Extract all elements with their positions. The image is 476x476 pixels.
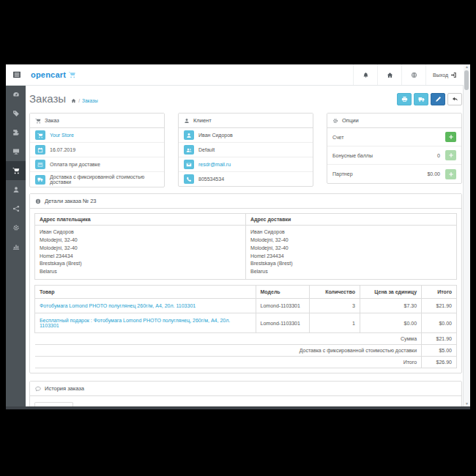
vertical-scrollbar[interactable]: ▲ ▼: [463, 64, 470, 406]
reward-points-label: Бонусные баллы: [332, 153, 437, 158]
order-details-heading: Детали заказа № 23: [30, 194, 461, 209]
sidebar-item-marketing[interactable]: [6, 199, 26, 218]
add-reward-points-button[interactable]: [445, 150, 456, 160]
order-history-panel: История заказа История Дополнительно: [29, 381, 462, 406]
window-bottom-edge: [6, 406, 470, 409]
truck-icon: [35, 175, 45, 185]
list-item: Оплата при доставке: [30, 157, 164, 172]
order-panel-title: Заказ: [45, 117, 59, 124]
opencart-logo[interactable]: opencart: [31, 70, 77, 79]
invoice-label: Счет: [332, 135, 440, 140]
back-button[interactable]: [447, 93, 462, 105]
generate-invoice-button[interactable]: [445, 132, 456, 142]
list-item: 16.07.2019: [30, 143, 164, 157]
opencart-admin-window: opencart Выход Заказы /: [6, 64, 470, 409]
menu-toggle-button[interactable]: [9, 69, 24, 81]
top-bar-actions: Выход: [353, 64, 464, 85]
table-row: Бесплатный подарок : Фотобумага Lomond P…: [35, 313, 457, 333]
customer-panel-heading: Клиент: [179, 114, 313, 128]
list-item: Default: [179, 143, 313, 157]
envelope-icon: [184, 160, 194, 169]
order-details-body: Адрес плательщика Адрес доставки Иван Си…: [30, 209, 461, 373]
credit-card-icon: [35, 160, 45, 169]
sign-out-icon: [450, 72, 457, 78]
extensions-puzzle-icon: [12, 129, 20, 136]
calendar-icon: [35, 145, 45, 155]
logout-button[interactable]: Выход: [425, 64, 464, 85]
storefront-button[interactable]: [401, 64, 425, 85]
list-item: resdr@mail.ru: [179, 157, 313, 172]
shipping-address-header: Адрес доставки: [246, 214, 457, 226]
order-details-title: Детали заказа № 23: [45, 198, 96, 204]
bell-icon: [362, 72, 369, 78]
main-content: Заказы / Заказы Заказ: [26, 85, 464, 406]
sidebar-item-design[interactable]: [6, 142, 26, 161]
sidebar-item-sales[interactable]: [6, 161, 26, 180]
store-link[interactable]: Your Store: [50, 133, 74, 138]
marketing-share-icon: [12, 205, 20, 212]
product-link[interactable]: Бесплатный подарок : Фотобумага Lomond P…: [40, 318, 230, 328]
edit-order-button[interactable]: [431, 93, 445, 105]
plus-icon: [448, 134, 454, 140]
user-icon: [184, 130, 194, 140]
order-panel-heading: Заказ: [30, 114, 164, 128]
users-icon: [184, 145, 194, 155]
customers-user-icon: [12, 186, 20, 193]
add-affiliate-commission-button[interactable]: [445, 169, 456, 179]
home-icon: [71, 98, 76, 103]
product-link[interactable]: Фотобумага Lomond PHOTO полуглянец 260г/…: [40, 303, 196, 308]
pencil-icon: [435, 96, 442, 103]
sidebar-item-system[interactable]: [6, 218, 26, 237]
order-history-heading: История заказа: [30, 382, 461, 396]
print-shipping-list-button[interactable]: [414, 93, 428, 105]
addresses-table: Адрес плательщика Адрес доставки Иван Си…: [34, 213, 457, 280]
customer-email-link[interactable]: resdr@mail.ru: [198, 162, 231, 167]
scrollbar-thumb[interactable]: [464, 70, 469, 90]
home-icon: [387, 72, 393, 78]
list-item: Иван Сидоров: [179, 128, 313, 143]
reports-chart-icon: [12, 243, 20, 250]
customer-panel: Клиент Иван Сидоров Default resdr@mail.r…: [178, 113, 313, 187]
customer-panel-title: Клиент: [193, 117, 212, 124]
sales-cart-icon: [12, 167, 20, 174]
sidebar-item-catalog[interactable]: [6, 104, 26, 123]
store-icon: [35, 130, 45, 140]
customer-phone: 805534534: [198, 176, 224, 182]
plus-icon: [448, 171, 454, 177]
menu-icon: [12, 70, 22, 79]
list-item: 805534534: [179, 172, 313, 186]
order-history-body: История Дополнительно: [30, 396, 461, 406]
printer-icon: [401, 96, 408, 103]
top-bar: opencart Выход: [6, 64, 464, 86]
order-toolbar: [397, 93, 462, 105]
totals-row-subtotal: Сумма $21.90: [35, 333, 457, 345]
sidebar-item-reports[interactable]: [6, 237, 26, 256]
order-panel: Заказ Your Store 16.07.2019 Оплата при д…: [29, 113, 165, 187]
gear-icon: [332, 118, 338, 124]
breadcrumb-link-orders[interactable]: Заказы: [82, 98, 98, 103]
globe-icon: [411, 72, 417, 78]
info-icon: [35, 198, 41, 204]
shipping-address: Иван Сидоров Molodejni, 32-40 Molodejni,…: [246, 226, 457, 280]
products-header-row: Товар Модель Количество Цена за единицу …: [35, 286, 457, 299]
order-date: 16.07.2019: [50, 147, 75, 152]
sidebar-item-extensions[interactable]: [6, 123, 26, 142]
customer-group: Default: [198, 147, 215, 152]
dashboard-icon: [12, 91, 20, 98]
sidebar-item-customers[interactable]: [6, 180, 26, 199]
home-button[interactable]: [377, 64, 401, 85]
scrollbar-up-arrow[interactable]: ▲: [464, 64, 470, 70]
table-row: Фотобумага Lomond PHOTO полуглянец 260г/…: [35, 299, 457, 313]
products-table: Товар Модель Количество Цена за единицу …: [34, 285, 457, 368]
sidebar-nav: [6, 85, 26, 406]
options-panel-heading: Опции: [327, 114, 461, 128]
shipping-method: Доставка с фиксированной стоимостью дост…: [50, 174, 159, 185]
logout-label: Выход: [433, 72, 448, 78]
cart-icon: [35, 118, 41, 124]
user-icon: [184, 118, 190, 124]
scrollbar-down-arrow[interactable]: ▼: [464, 401, 470, 406]
sidebar-item-dashboard[interactable]: [6, 85, 26, 104]
print-invoice-button[interactable]: [397, 93, 412, 105]
page-title: Заказы: [29, 92, 66, 105]
notifications-button[interactable]: [353, 64, 377, 85]
